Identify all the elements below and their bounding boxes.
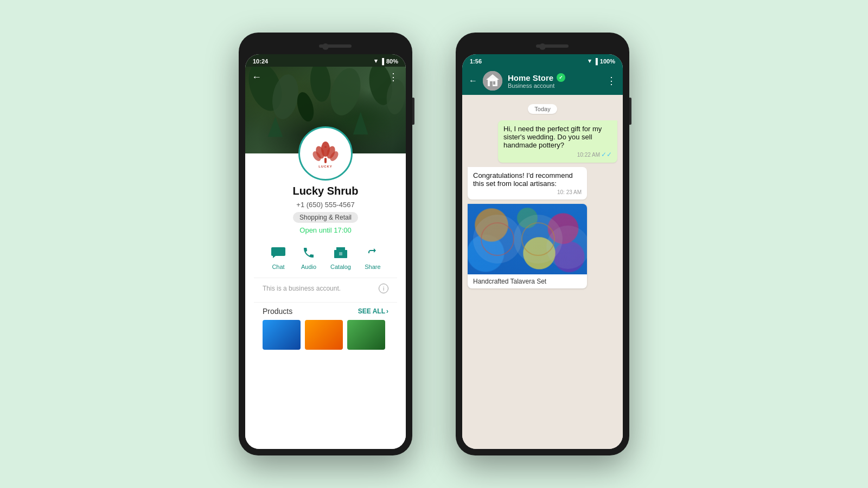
share-label: Share [365, 264, 380, 270]
contact-name: Home Store [508, 73, 553, 82]
svg-marker-8 [353, 112, 368, 134]
status-time-2: 1:56 [470, 58, 482, 65]
audio-action-button[interactable]: Audio [300, 244, 317, 270]
contact-avatar [483, 71, 502, 91]
message-time-1: 10:22 AM ✓✓ [503, 151, 612, 158]
see-all-button[interactable]: SEE ALL › [358, 307, 388, 315]
status-icons: ▾ ▐ 80% [374, 57, 398, 65]
svg-rect-19 [271, 247, 285, 256]
chevron-right-icon: › [386, 307, 388, 315]
svg-marker-7 [268, 117, 283, 137]
business-note-text: This is a business account. [263, 285, 341, 292]
lucky-shrub-logo-svg: LUCKY [309, 137, 342, 170]
contact-name-row: Home Store ✓ [508, 73, 601, 82]
wifi-icon: ▾ [374, 57, 378, 65]
date-separator: Today [468, 104, 617, 114]
product-card-title: Handcrafted Talavera Set [468, 274, 587, 288]
svg-marker-22 [336, 247, 345, 250]
phone-icon-svg [302, 246, 315, 259]
chat-icon-svg [271, 247, 286, 259]
message-received-1: Congratulations! I'd recommend this set … [468, 167, 587, 200]
status-time: 10:24 [253, 58, 268, 65]
read-receipt-icon: ✓✓ [601, 151, 612, 158]
product-thumb-3[interactable] [347, 320, 385, 350]
chat-more-button[interactable]: ⋮ [607, 75, 616, 87]
phone-1: 10:24 ▾ ▐ 80% [239, 33, 412, 455]
chat-icon [270, 244, 287, 261]
phone-2-side-button [629, 98, 631, 125]
audio-label: Audio [301, 264, 316, 270]
date-pill: Today [528, 104, 557, 114]
share-icon [364, 244, 381, 261]
chat-header: ← Home Store ✓ Business account ⋮ [462, 67, 623, 95]
chat-label: Chat [272, 264, 284, 270]
svg-rect-14 [324, 158, 327, 163]
phone-speaker [319, 44, 352, 48]
home-store-avatar-svg [483, 71, 502, 91]
profile-info: Lucky Shrub +1 (650) 555-4567 Shopping &… [245, 153, 406, 449]
svg-rect-23 [339, 252, 342, 255]
contact-info: Home Store ✓ Business account [508, 73, 601, 89]
signal-icon-2: ▐ [593, 58, 598, 65]
svg-text:LUCKY: LUCKY [318, 165, 333, 168]
status-icons-2: ▾ ▐ 100% [588, 57, 615, 65]
side-button [412, 98, 414, 125]
message-text-2: Congratulations! I'd recommend this set … [473, 171, 573, 188]
svg-rect-27 [490, 81, 493, 86]
profile-actions: Chat Audio [254, 237, 397, 274]
message-text-1: Hi, I need the perfect gift for my siste… [503, 125, 602, 149]
signal-icon: ▐ [380, 58, 384, 65]
phone-2-screen: 1:56 ▾ ▐ 100% ← Home Store [462, 54, 623, 449]
business-name: Lucky Shrub [292, 185, 358, 197]
share-icon-svg [366, 246, 379, 259]
svg-rect-28 [493, 81, 495, 85]
chat-action-button[interactable]: Chat [270, 244, 287, 270]
status-bar: 10:24 ▾ ▐ 80% [245, 54, 406, 67]
pottery-svg [468, 204, 587, 274]
message-sent-1: Hi, I need the perfect gift for my siste… [498, 120, 617, 163]
phone-screen: 10:24 ▾ ▐ 80% [245, 54, 406, 449]
wifi-icon-2: ▾ [588, 57, 591, 65]
catalog-icon-svg [334, 247, 348, 259]
profile-cover: ← ⋮ [245, 67, 406, 153]
business-hours: Open until 17:00 [299, 226, 351, 234]
catalog-icon [332, 244, 349, 261]
chat-back-button[interactable]: ← [469, 76, 477, 86]
business-phone: +1 (650) 555-4567 [296, 201, 354, 209]
more-menu-button[interactable]: ⋮ [388, 71, 399, 83]
product-thumb-2[interactable] [305, 320, 343, 350]
products-title: Products [263, 307, 292, 316]
products-row [263, 320, 388, 350]
catalog-label: Catalog [330, 264, 351, 270]
business-note-section: This is a business account. i [254, 278, 397, 299]
verified-badge: ✓ [557, 73, 565, 82]
avatar-logo: LUCKY [309, 137, 342, 170]
product-card[interactable]: Handcrafted Talavera Set [468, 204, 587, 288]
svg-marker-20 [273, 256, 276, 258]
battery-icon-2: 100% [600, 58, 615, 65]
phone-icon [300, 244, 317, 261]
products-section: Products SEE ALL › [254, 302, 397, 354]
product-card-image [468, 204, 587, 274]
phone-2-speaker [536, 44, 569, 48]
contact-subtitle: Business account [508, 82, 601, 89]
profile-header-bar: ← ⋮ [245, 67, 406, 87]
svg-rect-34 [468, 204, 587, 274]
profile-avatar: LUCKY [298, 126, 353, 181]
business-category: Shopping & Retail [293, 212, 358, 223]
share-action-button[interactable]: Share [364, 244, 381, 270]
svg-point-17 [328, 150, 329, 152]
battery-icon: 80% [386, 58, 398, 65]
message-time-2: 10: 23 AM [473, 189, 582, 195]
chat-messages: Today Hi, I need the perfect gift for my… [462, 95, 623, 449]
back-button[interactable]: ← [252, 72, 261, 83]
products-header: Products SEE ALL › [263, 307, 388, 316]
phone-2-status-bar: 1:56 ▾ ▐ 100% [462, 54, 623, 67]
svg-point-15 [324, 146, 327, 148]
business-note: This is a business account. i [263, 284, 388, 293]
product-thumb-1[interactable] [263, 320, 301, 350]
info-icon[interactable]: i [379, 284, 388, 293]
phone-2: 1:56 ▾ ▐ 100% ← Home Store [456, 33, 629, 455]
svg-point-16 [322, 150, 324, 152]
catalog-action-button[interactable]: Catalog [330, 244, 351, 270]
